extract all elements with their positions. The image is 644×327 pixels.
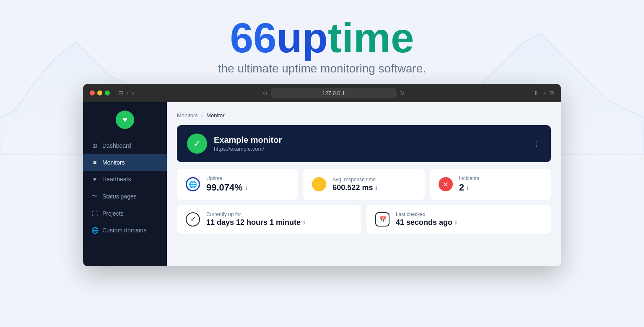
sidebar-nav: ⊞ Dashboard ≡ Monitors ♥ Heartbeats 〜 St… [83,137,167,239]
close-button[interactable] [90,90,95,95]
sidebar: ♥ ⊞ Dashboard ≡ Monitors ♥ Heartbeats 〜 [83,102,167,266]
breadcrumb-parent[interactable]: Monitors [177,112,198,118]
minimize-button[interactable] [97,90,102,95]
breadcrumb-current: Monitor [206,112,224,118]
checkmark-icon: ✓ [193,138,201,149]
stats-grid: 🌐 Uptime 99.074% ℹ ⚡ [177,169,551,200]
currently-up-data: Currently up for 11 days 12 hours 1 minu… [206,211,353,227]
share-icon[interactable]: ⬆ [533,90,538,96]
sidebar-item-status-pages[interactable]: 〜 Status pages [83,188,167,205]
currently-up-value: 11 days 12 hours 1 minute [206,218,301,227]
sidebar-item-custom-domains[interactable]: 🌐 Custom domains [83,222,167,239]
forward-button[interactable]: › [132,90,134,96]
currently-up-info-icon[interactable]: ℹ [303,219,305,226]
uptime-icon-wrap: 🌐 [185,177,200,192]
sidebar-item-label: Status pages [102,193,137,200]
logo-up: up [277,14,328,61]
sidebar-item-label: Dashboard [102,142,131,149]
breadcrumb-separator: › [201,112,203,118]
uptime-value: 99.074% [206,182,243,193]
status-pages-icon: 〜 [91,193,98,200]
maximize-button[interactable] [105,90,110,95]
custom-domains-icon: 🌐 [91,227,98,234]
browser-actions: ⬆ + ⧉ [533,90,554,97]
main-content: Monitors › Monitor ✓ Example monitor htt… [167,102,561,266]
monitors-icon: ≡ [91,159,98,166]
sidebar-item-dashboard[interactable]: ⊞ Dashboard [83,137,167,154]
reload-button[interactable]: ↻ [400,90,405,96]
monitor-info: Example monitor https://example.com/ [214,135,526,152]
app-layout: ♥ ⊞ Dashboard ≡ Monitors ♥ Heartbeats 〜 [83,102,561,266]
app-logo-icon: ♥ [116,111,134,129]
new-tab-icon[interactable]: + [543,90,546,96]
last-checked-data: Last checked 41 seconds ago ℹ [396,211,543,227]
response-time-info-icon[interactable]: ℹ [375,185,377,191]
monitor-status-icon: ✓ [187,134,207,154]
incidents-value-row: 2 ℹ [459,182,543,193]
tagline: the ultimate uptime monitoring software. [0,62,644,75]
calendar-icon: 📅 [375,212,390,227]
browser-chrome: ⊟ ‹ › ⊙ 127.0.0.1 ↻ ⬆ + ⧉ [83,84,561,102]
last-checked-value-row: 41 seconds ago ℹ [396,218,543,227]
dashboard-icon: ⊞ [91,142,98,149]
monitor-header-card: ✓ Example monitor https://example.com/ ⋮ [177,125,551,162]
currently-up-label: Currently up for [206,211,353,217]
last-checked-info-icon[interactable]: ℹ [455,219,457,226]
uptime-card: 🌐 Uptime 99.074% ℹ [177,169,298,200]
breadcrumb: Monitors › Monitor [177,112,551,118]
globe-icon: 🌐 [186,177,200,191]
uptime-label: Uptime [206,175,290,181]
monitor-menu-button[interactable]: ⋮ [532,139,541,148]
sidebar-item-label: Projects [102,210,124,217]
last-checked-icon-wrap: 📅 [375,212,390,227]
incidents-info-icon[interactable]: ℹ [467,185,469,191]
response-time-value-row: 600.522 ms ℹ [332,183,416,192]
heartbeats-icon: ♥ [91,176,98,183]
address-bar-wrapper: ⊙ 127.0.0.1 ↻ [139,88,528,98]
response-time-value: 600.522 ms [332,183,373,192]
sidebar-item-projects[interactable]: ⛶ Projects [83,205,167,222]
shield-icon: ⊙ [263,90,267,96]
logo: 66uptime [230,17,414,59]
stats-grid-2: ✓ Currently up for 11 days 12 hours 1 mi… [177,205,551,234]
response-time-label: Avg. response time [332,177,416,183]
uptime-value-row: 99.074% ℹ [206,182,290,193]
sidebar-item-label: Monitors [102,159,125,166]
window-icon[interactable]: ⊟ [118,90,123,96]
monitor-name: Example monitor [214,135,526,145]
bolt-icon: ⚡ [312,177,326,191]
check-icon: ✓ [186,212,200,227]
last-checked-value: 41 seconds ago [396,218,452,227]
incidents-value: 2 [459,182,464,193]
heartbeat-icon: ♥ [123,116,127,124]
back-button[interactable]: ‹ [127,90,129,96]
response-time-card: ⚡ Avg. response time 600.522 ms ℹ [303,169,424,200]
tabs-icon[interactable]: ⧉ [550,90,554,97]
response-time-icon-wrap: ⚡ [312,177,327,192]
currently-up-card: ✓ Currently up for 11 days 12 hours 1 mi… [177,205,361,234]
incidents-icon-wrap: ✕ [438,177,453,192]
sidebar-item-label: Heartbeats [102,176,131,183]
logo-66: 66 [230,14,276,61]
monitor-url[interactable]: https://example.com/ [214,146,526,152]
response-time-data: Avg. response time 600.522 ms ℹ [332,177,416,192]
address-bar[interactable]: 127.0.0.1 [271,88,397,98]
last-checked-label: Last checked [396,211,543,217]
x-icon: ✕ [439,177,453,191]
browser-window: ⊟ ‹ › ⊙ 127.0.0.1 ↻ ⬆ + ⧉ ♥ ⊞ [83,84,561,266]
currently-up-value-row: 11 days 12 hours 1 minute ℹ [206,218,353,227]
incidents-data: Incidents 2 ℹ [459,175,543,193]
uptime-data: Uptime 99.074% ℹ [206,175,290,193]
last-checked-card: 📅 Last checked 41 seconds ago ℹ [366,205,551,234]
traffic-lights [90,90,110,95]
uptime-info-icon[interactable]: ℹ [245,185,247,191]
projects-icon: ⛶ [91,210,98,217]
incidents-card: ✕ Incidents 2 ℹ [430,169,551,200]
sidebar-logo: ♥ [83,111,167,129]
sidebar-item-label: Custom domains [102,227,146,234]
browser-controls: ⊟ ‹ › [118,90,134,96]
logo-time: time [328,14,414,61]
currently-up-icon-wrap: ✓ [185,212,200,227]
sidebar-item-heartbeats[interactable]: ♥ Heartbeats [83,171,167,188]
sidebar-item-monitors[interactable]: ≡ Monitors [83,154,167,171]
